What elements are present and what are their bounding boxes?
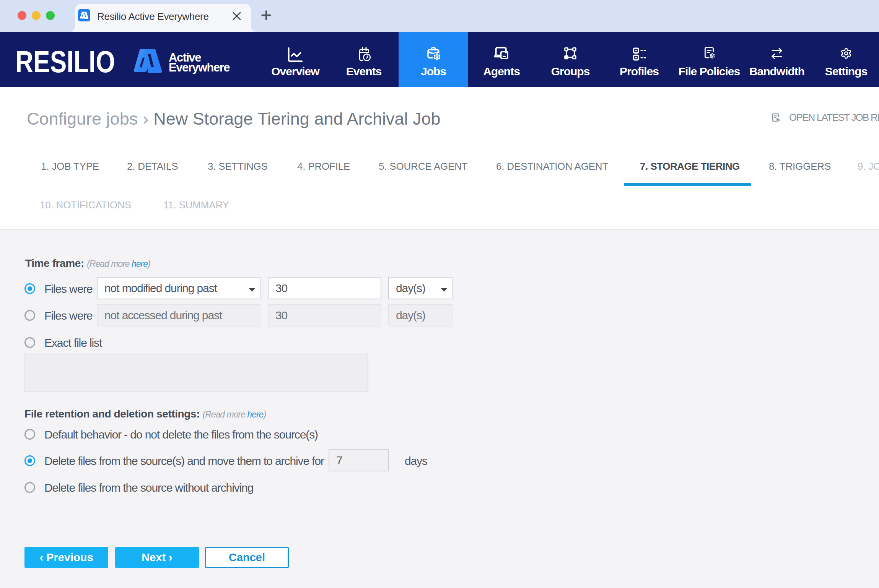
svg-text:RESILIO: RESILIO [15, 45, 115, 79]
svg-text:Everywhere: Everywhere [169, 61, 230, 74]
